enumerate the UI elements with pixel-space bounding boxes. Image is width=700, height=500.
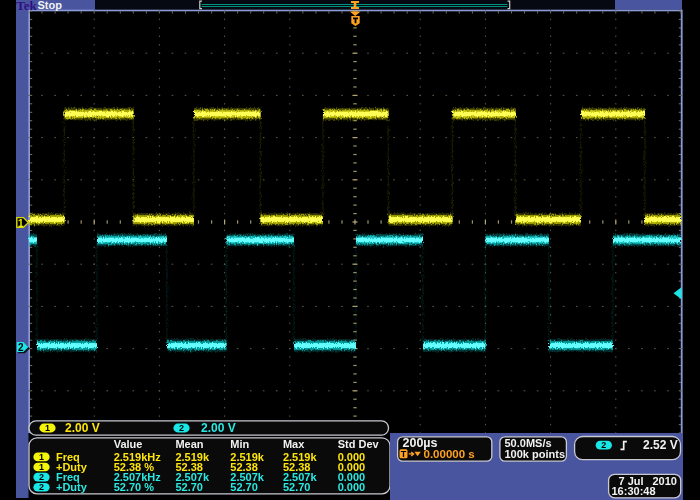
svg-text:1: 1	[45, 423, 50, 433]
svg-text:50.0MS/s: 50.0MS/s	[505, 437, 552, 449]
svg-text:2: 2	[39, 482, 44, 492]
svg-text:2: 2	[18, 342, 24, 353]
svg-text:2: 2	[179, 423, 184, 433]
svg-text:Min: Min	[230, 438, 249, 450]
svg-text:Mean: Mean	[175, 438, 203, 450]
svg-text:52.70: 52.70	[175, 481, 203, 493]
svg-text:1: 1	[39, 462, 44, 472]
svg-text:52.70: 52.70	[283, 481, 311, 493]
svg-text:2010: 2010	[653, 475, 677, 487]
svg-text:0.00000 s: 0.00000 s	[424, 448, 475, 460]
svg-text:Max: Max	[283, 438, 305, 450]
svg-text:1: 1	[39, 452, 44, 462]
svg-text:Stop: Stop	[38, 0, 63, 11]
svg-text:Std Dev: Std Dev	[338, 438, 380, 450]
svg-text:1: 1	[18, 218, 24, 229]
svg-text:52.70: 52.70	[230, 481, 258, 493]
svg-text:+Duty: +Duty	[56, 481, 88, 493]
svg-text:2.52 V: 2.52 V	[643, 438, 678, 452]
svg-text:2: 2	[601, 440, 606, 450]
svg-text:2.00 V: 2.00 V	[65, 421, 100, 435]
svg-text:2.00 V: 2.00 V	[201, 421, 236, 435]
svg-text:100k points: 100k points	[505, 448, 566, 460]
svg-text:Tek: Tek	[16, 0, 37, 13]
svg-text:0.000: 0.000	[338, 481, 366, 493]
svg-text:16:30:48: 16:30:48	[612, 485, 656, 497]
svg-text:52.70 %: 52.70 %	[114, 481, 155, 493]
svg-text:T: T	[401, 449, 407, 459]
svg-text:2: 2	[39, 472, 44, 482]
svg-text:Value: Value	[114, 438, 143, 450]
